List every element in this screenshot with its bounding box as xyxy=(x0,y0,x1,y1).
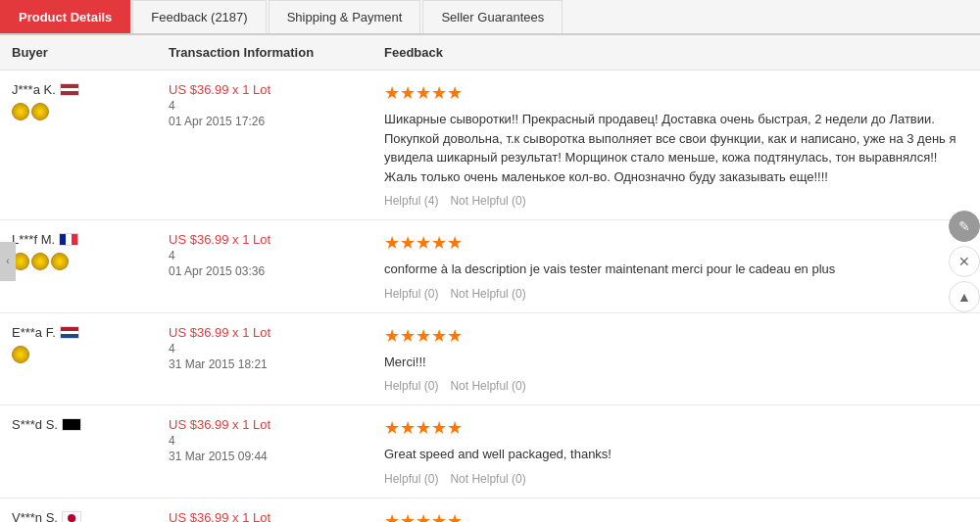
price-qty: US $36.99 x 1 Lot xyxy=(169,510,361,523)
feedback-text: Шикарные сыворотки!! Прекрасный продавец… xyxy=(384,110,968,186)
transaction-date: 31 Mar 2015 09:44 xyxy=(169,450,361,463)
feedback-table: BuyerTransaction InformationFeedbackJ***… xyxy=(0,35,980,522)
helpful-count: 0 xyxy=(428,472,435,486)
table-row: V***n S.US $36.99 x 1 Lot430 Mar 2015 03… xyxy=(0,498,980,522)
feedback-text: Merci!!! xyxy=(384,353,968,372)
buyer-cell: E***a F. xyxy=(0,312,157,405)
feedback-cell: ★★★★★conforme à la description je vais t… xyxy=(372,220,980,313)
not-helpful-count: 0 xyxy=(515,194,522,208)
flag-afghanistan-icon xyxy=(62,418,81,431)
helpful-row: Helpful (0)Not Helpful (0) xyxy=(384,287,968,301)
medal-gold-icon xyxy=(51,253,69,270)
lot-number: 4 xyxy=(169,99,361,113)
not-helpful-label[interactable]: Not Helpful (0) xyxy=(450,287,525,301)
medals-row xyxy=(12,103,145,120)
tab-seller-guarantees[interactable]: Seller Guarantees xyxy=(422,0,563,33)
flag-france-icon xyxy=(59,233,78,246)
price-qty: US $36.99 x 1 Lot xyxy=(169,417,361,432)
lot-number: 4 xyxy=(169,342,361,356)
star-rating: ★★★★★ xyxy=(384,83,463,103)
transaction-date: 31 Mar 2015 18:21 xyxy=(169,357,361,371)
lot-number: 4 xyxy=(169,249,361,262)
buyer-name: V***n S. xyxy=(12,510,58,523)
feedback-text: Great speed and well packaged, thanks! xyxy=(384,445,968,464)
transaction-date: 01 Apr 2015 03:36 xyxy=(169,264,361,278)
tabs-bar: Product DetailsFeedback (2187)Shipping &… xyxy=(0,0,980,35)
star-rating: ★★★★★ xyxy=(384,511,463,523)
flag-latvia-icon xyxy=(60,83,79,96)
not-helpful-label[interactable]: Not Helpful (0) xyxy=(450,472,525,486)
helpful-count: 4 xyxy=(428,194,435,208)
buyer-name: E***a F. xyxy=(12,325,56,340)
not-helpful-label[interactable]: Not Helpful (0) xyxy=(450,194,525,208)
helpful-label[interactable]: Helpful (0) xyxy=(384,472,438,486)
helpful-count: 0 xyxy=(428,379,435,393)
star-rating: ★★★★★ xyxy=(384,326,463,346)
helpful-row: Helpful (0)Not Helpful (0) xyxy=(384,472,968,486)
tab-shipping[interactable]: Shipping & Payment xyxy=(269,0,421,33)
edit-button[interactable]: ✎ xyxy=(949,211,980,242)
buyer-cell: L***f M. xyxy=(0,220,157,313)
feedback-cell: ★★★★★Шикарные сыворотки!! Прекрасный про… xyxy=(372,71,980,220)
medals-row xyxy=(12,346,145,363)
feedback-cell: ★★★★★Very fast shipping! Great product xyxy=(372,498,980,522)
lot-number: 4 xyxy=(169,434,361,448)
transaction-cell: US $36.99 x 1 Lot401 Apr 2015 03:36 xyxy=(157,220,372,313)
buyer-cell: S***d S. xyxy=(0,405,157,498)
col-header-feedback: Feedback xyxy=(372,35,980,71)
table-row: L***f M.US $36.99 x 1 Lot401 Apr 2015 03… xyxy=(0,220,980,313)
table-row: J***a K.US $36.99 x 1 Lot401 Apr 2015 17… xyxy=(0,71,980,220)
helpful-label[interactable]: Helpful (0) xyxy=(384,379,438,393)
flag-netherlands-icon xyxy=(60,326,79,339)
buyer-name: J***a K. xyxy=(12,82,56,97)
transaction-cell: US $36.99 x 1 Lot431 Mar 2015 18:21 xyxy=(157,312,372,405)
price-qty: US $36.99 x 1 Lot xyxy=(169,82,361,97)
col-header-transaction-information: Transaction Information xyxy=(157,35,372,71)
scroll-up-button[interactable]: ▲ xyxy=(949,281,980,312)
right-action-buttons: ✎ ✕ ▲ xyxy=(949,211,980,312)
buyer-cell: V***n S. xyxy=(0,498,157,522)
medals-row xyxy=(12,253,145,270)
helpful-row: Helpful (4)Not Helpful (0) xyxy=(384,194,968,208)
transaction-cell: US $36.99 x 1 Lot401 Apr 2015 17:26 xyxy=(157,71,372,220)
buyer-name: L***f M. xyxy=(12,232,55,247)
tab-feedback[interactable]: Feedback (2187) xyxy=(132,0,266,33)
medal-gold-icon xyxy=(12,103,29,120)
feedback-cell: ★★★★★Merci!!!Helpful (0)Not Helpful (0) xyxy=(372,312,980,405)
buyer-cell: J***a K. xyxy=(0,71,157,220)
transaction-cell: US $36.99 x 1 Lot430 Mar 2015 03:18 xyxy=(157,498,372,522)
tab-product-details[interactable]: Product Details xyxy=(0,0,130,33)
sidebar-toggle[interactable]: ‹ xyxy=(0,242,16,281)
price-qty: US $36.99 x 1 Lot xyxy=(169,232,361,247)
not-helpful-count: 0 xyxy=(515,379,522,393)
medal-gold-icon xyxy=(12,346,29,363)
price-qty: US $36.99 x 1 Lot xyxy=(169,325,361,340)
not-helpful-count: 0 xyxy=(515,472,522,486)
helpful-row: Helpful (0)Not Helpful (0) xyxy=(384,379,968,393)
table-row: S***d S.US $36.99 x 1 Lot431 Mar 2015 09… xyxy=(0,405,980,498)
not-helpful-label[interactable]: Not Helpful (0) xyxy=(450,379,525,393)
star-rating: ★★★★★ xyxy=(384,233,463,253)
medal-gold-icon xyxy=(31,103,49,120)
feedback-text: conforme à la description je vais tester… xyxy=(384,260,968,279)
medal-gold-icon xyxy=(31,253,49,270)
sidebar-arrow-icon: ‹ xyxy=(6,256,9,266)
not-helpful-count: 0 xyxy=(515,287,522,301)
table-row: E***a F.US $36.99 x 1 Lot431 Mar 2015 18… xyxy=(0,312,980,405)
flag-japan-icon xyxy=(62,511,81,523)
transaction-cell: US $36.99 x 1 Lot431 Mar 2015 09:44 xyxy=(157,405,372,498)
star-rating: ★★★★★ xyxy=(384,418,463,438)
transaction-date: 01 Apr 2015 17:26 xyxy=(169,115,361,128)
close-button[interactable]: ✕ xyxy=(949,246,980,277)
helpful-label[interactable]: Helpful (4) xyxy=(384,194,438,208)
col-header-buyer: Buyer xyxy=(0,35,157,71)
helpful-count: 0 xyxy=(428,287,435,301)
feedback-cell: ★★★★★Great speed and well packaged, than… xyxy=(372,405,980,498)
helpful-label[interactable]: Helpful (0) xyxy=(384,287,438,301)
buyer-name: S***d S. xyxy=(12,417,58,432)
